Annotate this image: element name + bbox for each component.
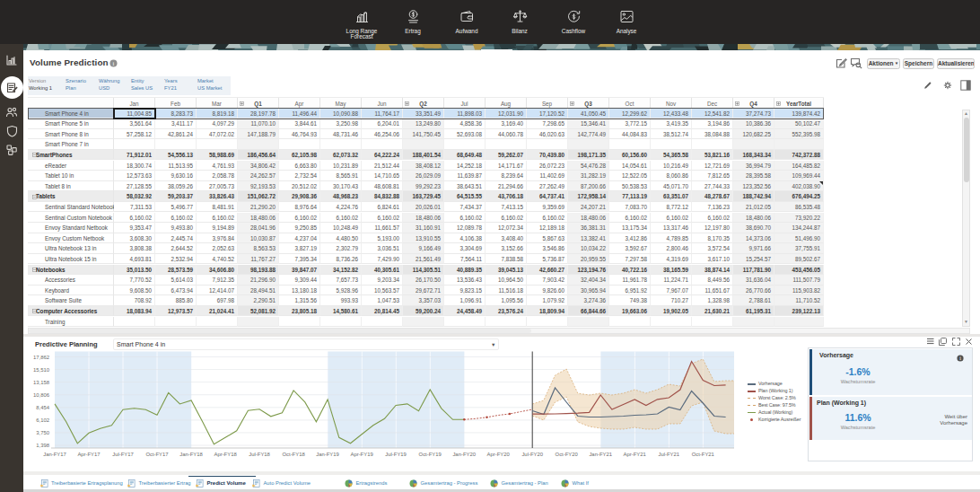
svg-text:Jan-FY17: Jan-FY17	[43, 452, 66, 457]
svg-text:3,750: 3,750	[36, 430, 49, 435]
svg-text:Oct-FY20: Oct-FY20	[556, 452, 579, 457]
svg-text:Apr-FY21: Apr-FY21	[624, 452, 646, 457]
svg-text:10,806: 10,806	[33, 392, 50, 398]
svg-text:Jan-FY20: Jan-FY20	[452, 452, 476, 457]
svg-text:i: i	[113, 60, 115, 66]
svg-text:Apr-FY19: Apr-FY19	[350, 452, 372, 457]
svg-text:Jan-FY18: Jan-FY18	[179, 452, 203, 457]
svg-text:Jul-FY19: Jul-FY19	[385, 452, 407, 457]
svg-text:Jul-FY18: Jul-FY18	[249, 452, 270, 457]
svg-text:Oct-FY19: Oct-FY19	[419, 452, 442, 457]
svg-text:Apr-FY17: Apr-FY17	[77, 452, 100, 457]
svg-text:1,398: 1,398	[36, 443, 49, 448]
svg-text:Jul-FY17: Jul-FY17	[112, 452, 134, 457]
svg-text:8,454: 8,454	[36, 405, 49, 410]
svg-text:Jul-FY21: Jul-FY21	[659, 452, 680, 457]
svg-text:Oct-FY21: Oct-FY21	[692, 452, 714, 457]
svg-text:Jan-FY19: Jan-FY19	[316, 452, 339, 457]
svg-text:Jan-FY21: Jan-FY21	[589, 452, 612, 457]
svg-text:Oct-FY17: Oct-FY17	[145, 452, 168, 457]
svg-text:Apr-FY20: Apr-FY20	[487, 452, 511, 457]
svg-text:Oct-FY18: Oct-FY18	[282, 452, 305, 457]
svg-text:13,158: 13,158	[33, 380, 50, 385]
svg-text:Jul-FY20: Jul-FY20	[521, 452, 543, 457]
svg-text:15,510: 15,510	[33, 367, 50, 373]
svg-text:17,862: 17,862	[33, 355, 49, 360]
svg-text:6,102: 6,102	[36, 417, 49, 423]
svg-text:Apr-FY18: Apr-FY18	[214, 452, 237, 457]
